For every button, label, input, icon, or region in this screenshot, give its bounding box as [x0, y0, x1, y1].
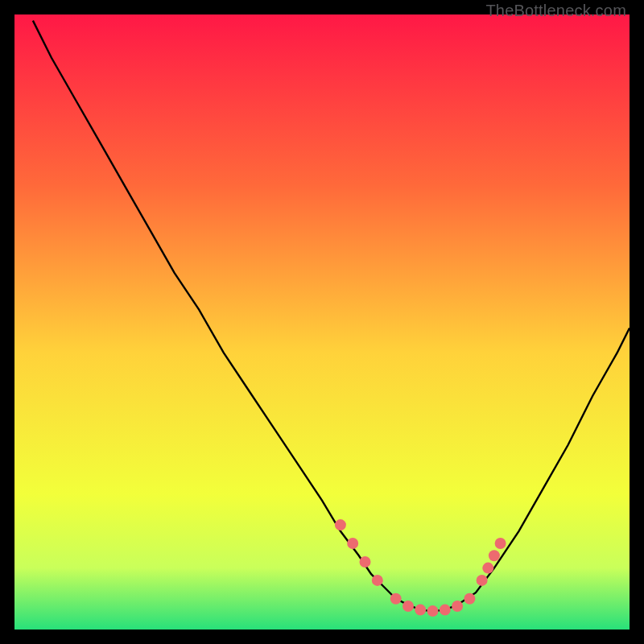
bottleneck-chart: [14, 14, 630, 630]
marker-dot: [427, 605, 439, 617]
marker-dot: [390, 593, 402, 605]
marker-dot: [402, 601, 414, 612]
marker-dot: [482, 563, 493, 574]
marker-dot: [452, 601, 463, 612]
marker-dot: [489, 550, 500, 561]
marker-dot: [464, 593, 475, 605]
marker-dot: [360, 556, 371, 568]
marker-dot: [415, 605, 426, 616]
marker-dot: [347, 538, 358, 549]
marker-dot: [495, 538, 506, 549]
marker-dot: [440, 605, 451, 616]
chart-frame: [14, 14, 630, 630]
watermark-text: TheBottleneck.com: [485, 2, 626, 20]
marker-dot: [372, 575, 383, 586]
marker-dot: [477, 575, 488, 586]
marker-dot: [335, 519, 346, 530]
gradient-background: [14, 14, 630, 630]
